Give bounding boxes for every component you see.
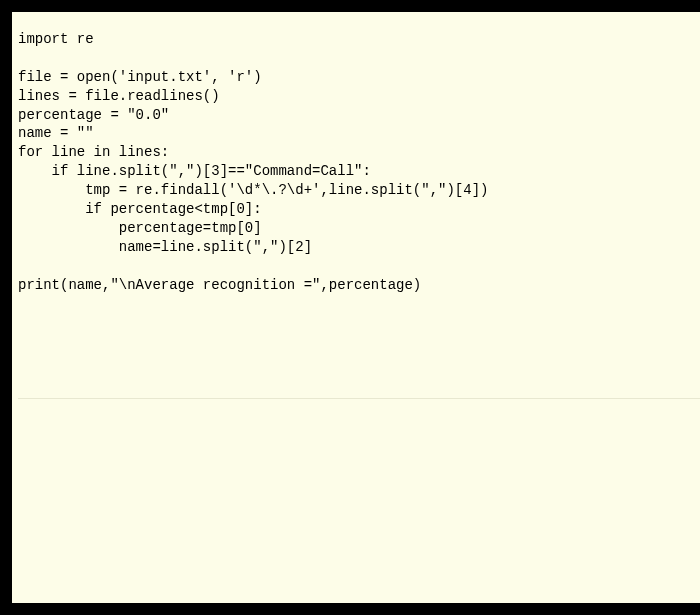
code-frame: import re file = open('input.txt', 'r') … — [0, 0, 700, 615]
horizontal-divider — [18, 398, 700, 399]
code-block: import re file = open('input.txt', 'r') … — [12, 12, 700, 294]
